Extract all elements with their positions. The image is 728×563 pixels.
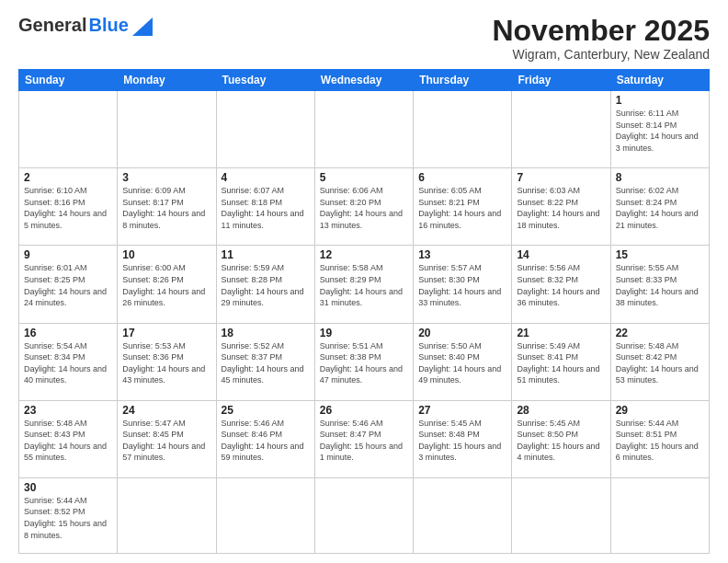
day-number: 12 <box>320 248 408 261</box>
header: General Blue November 2025 Wigram, Cante… <box>18 15 710 62</box>
day-info: Sunrise: 5:45 AM Sunset: 8:50 PM Dayligh… <box>517 418 605 464</box>
day-number: 14 <box>517 248 605 261</box>
table-row: 7Sunrise: 6:03 AM Sunset: 8:22 PM Daylig… <box>512 168 610 246</box>
day-number: 27 <box>418 404 506 417</box>
logo-icon <box>132 17 153 36</box>
table-row: 24Sunrise: 5:47 AM Sunset: 8:45 PM Dayli… <box>118 400 216 477</box>
day-info: Sunrise: 5:47 AM Sunset: 8:45 PM Dayligh… <box>122 418 210 464</box>
month-title: November 2025 <box>492 15 710 47</box>
table-row <box>610 477 709 553</box>
table-row: 3Sunrise: 6:09 AM Sunset: 8:17 PM Daylig… <box>118 168 216 246</box>
table-row: 13Sunrise: 5:57 AM Sunset: 8:30 PM Dayli… <box>414 246 512 323</box>
table-row: 8Sunrise: 6:02 AM Sunset: 8:24 PM Daylig… <box>610 168 709 246</box>
header-wednesday: Wednesday <box>314 70 413 91</box>
table-row: 27Sunrise: 5:45 AM Sunset: 8:48 PM Dayli… <box>414 400 512 477</box>
day-number: 18 <box>222 327 310 339</box>
table-row <box>216 477 314 553</box>
day-number: 26 <box>320 404 408 417</box>
table-row: 19Sunrise: 5:51 AM Sunset: 8:38 PM Dayli… <box>314 323 413 400</box>
day-info: Sunrise: 5:49 AM Sunset: 8:41 PM Dayligh… <box>517 340 605 386</box>
table-row <box>118 477 216 553</box>
header-sunday: Sunday <box>19 70 118 91</box>
day-info: Sunrise: 5:48 AM Sunset: 8:42 PM Dayligh… <box>616 340 704 386</box>
header-friday: Friday <box>512 70 610 91</box>
day-info: Sunrise: 5:53 AM Sunset: 8:36 PM Dayligh… <box>122 340 210 386</box>
header-tuesday: Tuesday <box>216 70 314 91</box>
day-number: 22 <box>616 327 704 339</box>
day-number: 2 <box>24 171 112 184</box>
day-number: 30 <box>24 481 112 494</box>
day-number: 5 <box>320 171 408 184</box>
day-number: 1 <box>616 94 704 107</box>
day-info: Sunrise: 5:51 AM Sunset: 8:38 PM Dayligh… <box>320 340 408 386</box>
day-info: Sunrise: 5:55 AM Sunset: 8:33 PM Dayligh… <box>616 262 704 308</box>
title-section: November 2025 Wigram, Canterbury, New Ze… <box>492 15 710 62</box>
day-number: 10 <box>122 248 210 261</box>
table-row: 2Sunrise: 6:10 AM Sunset: 8:16 PM Daylig… <box>19 168 118 246</box>
day-number: 29 <box>616 404 704 417</box>
table-row: 14Sunrise: 5:56 AM Sunset: 8:32 PM Dayli… <box>512 246 610 323</box>
day-info: Sunrise: 5:46 AM Sunset: 8:47 PM Dayligh… <box>320 418 408 464</box>
day-info: Sunrise: 5:56 AM Sunset: 8:32 PM Dayligh… <box>517 262 605 308</box>
day-number: 24 <box>122 404 210 417</box>
table-row: 29Sunrise: 5:44 AM Sunset: 8:51 PM Dayli… <box>610 400 709 477</box>
day-number: 19 <box>320 327 408 339</box>
day-info: Sunrise: 6:01 AM Sunset: 8:25 PM Dayligh… <box>24 262 112 308</box>
day-number: 6 <box>418 171 506 184</box>
table-row: 17Sunrise: 5:53 AM Sunset: 8:36 PM Dayli… <box>118 323 216 400</box>
day-info: Sunrise: 5:58 AM Sunset: 8:29 PM Dayligh… <box>320 262 408 308</box>
day-number: 20 <box>418 327 506 339</box>
day-info: Sunrise: 5:44 AM Sunset: 8:51 PM Dayligh… <box>616 418 704 464</box>
logo: General Blue <box>18 15 153 36</box>
table-row <box>414 91 512 168</box>
calendar-week-row: 30Sunrise: 5:44 AM Sunset: 8:52 PM Dayli… <box>19 477 710 553</box>
table-row <box>314 477 413 553</box>
day-number: 15 <box>616 248 704 261</box>
day-info: Sunrise: 6:00 AM Sunset: 8:26 PM Dayligh… <box>122 262 210 308</box>
table-row: 28Sunrise: 5:45 AM Sunset: 8:50 PM Dayli… <box>512 400 610 477</box>
header-thursday: Thursday <box>414 70 512 91</box>
calendar-week-row: 23Sunrise: 5:48 AM Sunset: 8:43 PM Dayli… <box>19 400 710 477</box>
day-number: 3 <box>122 171 210 184</box>
day-info: Sunrise: 5:48 AM Sunset: 8:43 PM Dayligh… <box>24 418 112 464</box>
day-number: 25 <box>222 404 310 417</box>
day-info: Sunrise: 6:05 AM Sunset: 8:21 PM Dayligh… <box>418 185 506 231</box>
day-info: Sunrise: 6:10 AM Sunset: 8:16 PM Dayligh… <box>24 185 112 231</box>
table-row <box>216 91 314 168</box>
day-number: 23 <box>24 404 112 417</box>
table-row: 16Sunrise: 5:54 AM Sunset: 8:34 PM Dayli… <box>19 323 118 400</box>
day-number: 9 <box>24 248 112 261</box>
subtitle: Wigram, Canterbury, New Zealand <box>492 47 710 62</box>
day-number: 13 <box>418 248 506 261</box>
day-number: 17 <box>122 327 210 339</box>
table-row: 5Sunrise: 6:06 AM Sunset: 8:20 PM Daylig… <box>314 168 413 246</box>
table-row <box>414 477 512 553</box>
table-row: 23Sunrise: 5:48 AM Sunset: 8:43 PM Dayli… <box>19 400 118 477</box>
table-row: 25Sunrise: 5:46 AM Sunset: 8:46 PM Dayli… <box>216 400 314 477</box>
page: General Blue November 2025 Wigram, Cante… <box>0 0 728 563</box>
table-row: 4Sunrise: 6:07 AM Sunset: 8:18 PM Daylig… <box>216 168 314 246</box>
table-row <box>512 477 610 553</box>
day-number: 8 <box>616 171 704 184</box>
calendar-week-row: 1Sunrise: 6:11 AM Sunset: 8:14 PM Daylig… <box>19 91 710 168</box>
table-row: 6Sunrise: 6:05 AM Sunset: 8:21 PM Daylig… <box>414 168 512 246</box>
logo-general-text: General <box>18 15 86 36</box>
day-info: Sunrise: 6:11 AM Sunset: 8:14 PM Dayligh… <box>616 108 704 154</box>
calendar-week-row: 2Sunrise: 6:10 AM Sunset: 8:16 PM Daylig… <box>19 168 710 246</box>
table-row: 9Sunrise: 6:01 AM Sunset: 8:25 PM Daylig… <box>19 246 118 323</box>
day-info: Sunrise: 6:06 AM Sunset: 8:20 PM Dayligh… <box>320 185 408 231</box>
table-row: 11Sunrise: 5:59 AM Sunset: 8:28 PM Dayli… <box>216 246 314 323</box>
calendar-week-row: 16Sunrise: 5:54 AM Sunset: 8:34 PM Dayli… <box>19 323 710 400</box>
day-info: Sunrise: 5:52 AM Sunset: 8:37 PM Dayligh… <box>222 340 310 386</box>
table-row: 18Sunrise: 5:52 AM Sunset: 8:37 PM Dayli… <box>216 323 314 400</box>
day-info: Sunrise: 5:45 AM Sunset: 8:48 PM Dayligh… <box>418 418 506 464</box>
calendar-header-row: Sunday Monday Tuesday Wednesday Thursday… <box>19 70 710 91</box>
header-saturday: Saturday <box>610 70 709 91</box>
table-row: 22Sunrise: 5:48 AM Sunset: 8:42 PM Dayli… <box>610 323 709 400</box>
table-row <box>314 91 413 168</box>
table-row <box>118 91 216 168</box>
day-info: Sunrise: 5:44 AM Sunset: 8:52 PM Dayligh… <box>24 495 112 541</box>
day-info: Sunrise: 5:50 AM Sunset: 8:40 PM Dayligh… <box>418 340 506 386</box>
table-row: 26Sunrise: 5:46 AM Sunset: 8:47 PM Dayli… <box>314 400 413 477</box>
day-info: Sunrise: 5:59 AM Sunset: 8:28 PM Dayligh… <box>222 262 310 308</box>
